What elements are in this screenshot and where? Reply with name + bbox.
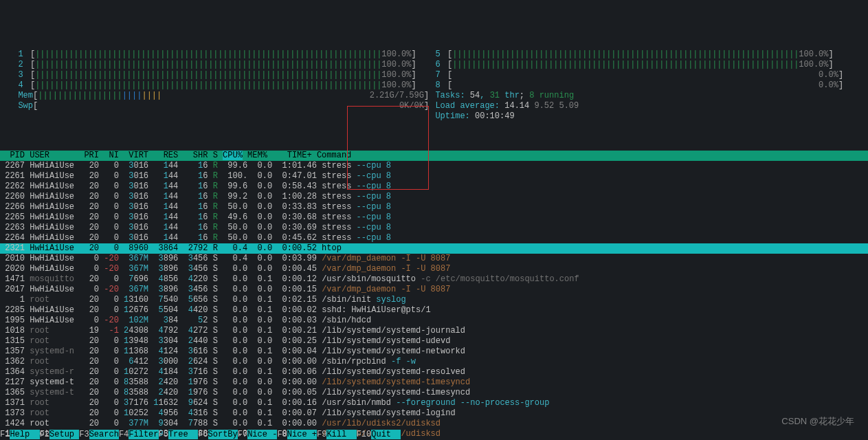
fkey-F4[interactable]: F4: [119, 430, 129, 439]
function-key-bar: F1Help F2Setup F3SearchF4FilterF5Tree F6…: [0, 430, 868, 440]
process-row[interactable]: 1424 root 20 0 377M 9304 7788 S 0.0 0.1 …: [0, 419, 868, 429]
fkey-F8[interactable]: F8: [277, 430, 287, 439]
fkey-F2[interactable]: F2: [40, 430, 49, 439]
cpu-meter-7: 7 [ 0.0%]: [425, 70, 838, 80]
process-row[interactable]: 2263 HwHiAiUse 20 0 3016 144 16 R 50.0 0…: [0, 223, 868, 233]
process-row[interactable]: 2266 HwHiAiUse 20 0 3016 144 16 R 50.0 0…: [0, 202, 868, 212]
cpu-meter-6: 6 [|||||||||||||||||||||||||||||||||||||…: [425, 60, 838, 70]
fkey-label: Nice +: [287, 430, 317, 439]
process-row[interactable]: 1995 HwHiAiUse 0 -20 102M 384 52 S 0.0 0…: [0, 316, 868, 326]
process-row[interactable]: 2260 HwHiAiUse 20 0 3016 144 16 R 99.2 0…: [0, 192, 868, 202]
fkey-label: Nice -: [247, 430, 277, 439]
process-row[interactable]: 1315 root 20 0 13948 3304 2440 S 0.0 0.0…: [0, 336, 868, 346]
process-row[interactable]: 2285 HwHiAiUse 20 0 12676 5504 4420 S 0.…: [0, 305, 868, 316]
process-row[interactable]: 2267 HwHiAiUse 20 0 3016 144 16 R 99.6 0…: [0, 161, 868, 171]
cpu-meters: 1 [|||||||||||||||||||||||||||||||||||||…: [0, 41, 868, 122]
process-row[interactable]: 1365 systemd-t 20 0 83588 2420 1976 S 0.…: [0, 388, 868, 398]
fkey-F5[interactable]: F5: [159, 430, 168, 439]
fkey-label: SortBy: [208, 430, 238, 439]
fkey-F3[interactable]: F3: [79, 430, 89, 439]
fkey-label: Help: [10, 430, 39, 439]
fkey-label: Quit: [371, 430, 401, 439]
process-row[interactable]: 1 root 20 0 13160 7540 5656 S 0.0 0.1 0:…: [0, 295, 868, 305]
cpu-meter-4: 4 [|||||||||||||||||||||||||||||||||||||…: [8, 80, 425, 91]
process-row[interactable]: 2264 HwHiAiUse 20 0 3016 144 16 R 50.0 0…: [0, 233, 868, 243]
table-header[interactable]: PID USER PRI NI VIRT RES SHR S CPU% MEM%…: [0, 151, 868, 161]
watermark: CSDN @花花少年: [781, 416, 854, 426]
process-table: PID USER PRI NI VIRT RES SHR S CPU% MEM%…: [0, 151, 868, 440]
fkey-F7[interactable]: F7: [238, 430, 247, 439]
process-row[interactable]: 1471 mosquitto 20 0 7696 4856 4220 S 0.0…: [0, 274, 868, 285]
fkey-F9[interactable]: F9: [317, 430, 326, 439]
load-average: Load average: 14.14 9.52 5.09: [425, 101, 838, 111]
process-row[interactable]: 2127 systemd-t 20 0 83588 2420 1976 S 0.…: [0, 377, 868, 388]
fkey-label: Filter: [129, 430, 158, 439]
cpu-meter-8: 8 [ 0.0%]: [425, 80, 838, 91]
process-row[interactable]: 1018 root 19 -1 24308 4792 4272 S 0.0 0.…: [0, 326, 868, 336]
memory-meter: Mem[||||||||||||||||||||||||| 2.21G/7.59…: [8, 91, 425, 101]
uptime: Uptime: 00:10:49: [425, 111, 838, 122]
fkey-F6[interactable]: F6: [198, 430, 208, 439]
swap-meter: Swp[ 0K/0K]: [8, 101, 425, 111]
cpu-meter-1: 1 [|||||||||||||||||||||||||||||||||||||…: [8, 50, 425, 60]
fkey-label: Setup: [49, 430, 79, 439]
fkey-label: Search: [89, 430, 119, 439]
process-row[interactable]: 2262 HwHiAiUse 20 0 3016 144 16 R 99.6 0…: [0, 182, 868, 192]
process-row[interactable]: 1357 systemd-n 20 0 11368 4124 3616 S 0.…: [0, 346, 868, 357]
process-row[interactable]: 2017 HwHiAiUse 0 -20 367M 3896 3456 S 0.…: [0, 285, 868, 295]
fkey-label: Kill: [326, 430, 356, 439]
process-row[interactable]: 2010 HwHiAiUse 0 -20 367M 3896 3456 S 0.…: [0, 254, 868, 264]
process-row[interactable]: 2261 HwHiAiUse 20 0 3016 144 16 R 100. 0…: [0, 171, 868, 182]
process-row[interactable]: 2020 HwHiAiUse 0 -20 367M 3896 3456 S 0.…: [0, 264, 868, 274]
process-row[interactable]: 1371 root 20 0 37176 11632 9624 S 0.0 0.…: [0, 398, 868, 408]
fkey-F1[interactable]: F1: [0, 430, 10, 439]
process-row[interactable]: 1364 systemd-r 20 0 10272 4184 3716 S 0.…: [0, 367, 868, 377]
cpu-meter-2: 2 [|||||||||||||||||||||||||||||||||||||…: [8, 60, 425, 70]
cpu-meter-5: 5 [|||||||||||||||||||||||||||||||||||||…: [425, 50, 838, 60]
cpu-meter-3: 3 [|||||||||||||||||||||||||||||||||||||…: [8, 70, 425, 80]
process-row[interactable]: 1373 root 20 0 10252 4956 4316 S 0.0 0.1…: [0, 408, 868, 419]
fkey-F10[interactable]: F10: [357, 430, 372, 439]
process-row[interactable]: 2321 HwHiAiUse 20 0 8960 3864 2792 R 0.4…: [0, 243, 868, 254]
process-row[interactable]: 1362 root 20 0 6412 3000 2624 S 0.0 0.0 …: [0, 357, 868, 367]
fkey-label: Tree: [168, 430, 198, 439]
tasks-info: Tasks: 54, 31 thr; 8 running: [425, 91, 838, 101]
process-row[interactable]: 2265 HwHiAiUse 20 0 3016 144 16 R 49.6 0…: [0, 212, 868, 223]
